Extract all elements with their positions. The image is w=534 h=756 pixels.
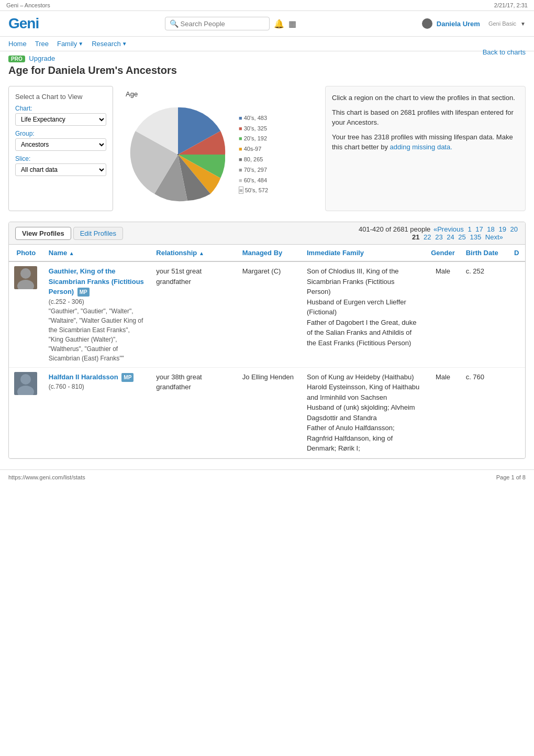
nav-home[interactable]: Home	[8, 40, 27, 48]
back-to-charts-link[interactable]: Back to charts	[483, 48, 526, 56]
col-relationship-header[interactable]: Relationship ▲	[151, 245, 237, 261]
info-line2: This chart is based on 2681 profiles wit…	[332, 107, 519, 128]
pagination-page-20[interactable]: 20	[510, 225, 518, 233]
chart-label: Chart:	[15, 105, 106, 112]
table-header-row: Photo Name ▲ Relationship ▲ Managed By I…	[9, 245, 525, 261]
avatar	[422, 18, 432, 29]
row-gender-2: Male	[425, 367, 460, 458]
adding-missing-data-link[interactable]: adding missing data.	[390, 143, 452, 151]
pagination-page-25[interactable]: 25	[458, 233, 465, 241]
user-dropdown-arrow[interactable]: ▼	[520, 21, 526, 27]
search-icon: 🔍	[170, 19, 179, 28]
footer-page-info: Page 1 of 8	[496, 474, 526, 480]
logo: Geni	[8, 15, 39, 32]
pagination-page-18[interactable]: 18	[487, 225, 494, 233]
search-box: 🔍	[165, 17, 270, 30]
pie-chart-svg	[126, 102, 230, 207]
user-name[interactable]: Daniela Urem	[437, 20, 480, 28]
row-relationship: your 51st great grandfather	[151, 261, 237, 367]
col-birth-header[interactable]: Birth Date	[461, 245, 509, 261]
chart-select[interactable]: Life Expectancy	[15, 113, 106, 126]
person-silhouette-1	[15, 266, 36, 289]
row-death	[509, 261, 525, 367]
pagination-prev[interactable]: «Previous	[433, 225, 464, 233]
user-subtitle: Geni Basic	[488, 20, 516, 27]
legend-70s: ■ 70's, 297	[239, 165, 268, 176]
row-immediate-family: Son of Chlodius III, King of the Sicambr…	[302, 261, 425, 367]
info-panel: Click a region on the chart to view the …	[325, 86, 526, 211]
row-name: Gauthier, King of the Sicambrian Franks …	[43, 261, 151, 367]
charts-section: Select a Chart to View Chart: Life Expec…	[8, 86, 526, 211]
col-family-header[interactable]: Immediate Family	[302, 245, 425, 261]
svg-point-2	[17, 280, 34, 289]
main-content: Select a Chart to View Chart: Life Expec…	[0, 80, 534, 465]
person-photo	[14, 266, 37, 289]
pagination-page-17[interactable]: 17	[475, 225, 483, 233]
row-death-2	[509, 367, 525, 458]
legend-50s: ■ 50's, 572	[239, 185, 268, 196]
col-name-header[interactable]: Name ▲	[43, 245, 151, 261]
pagination-page-135[interactable]: 135	[470, 233, 481, 241]
menu-icon[interactable]: ▦	[288, 19, 296, 29]
pie-legend: ■ 40's, 483 ■ 30's, 325 ■ 20's, 192 ■ 40…	[239, 113, 268, 196]
nav-research-dropdown[interactable]: Research ▼	[92, 40, 127, 48]
info-line1: Click a region on the chart to view the …	[332, 93, 519, 103]
pagination-page-19[interactable]: 19	[498, 225, 506, 233]
row-relationship-2: your 38th great grandfather	[151, 367, 237, 458]
profiles-table: Photo Name ▲ Relationship ▲ Managed By I…	[9, 245, 525, 458]
legend-20s: ■ 20's, 192	[239, 134, 268, 144]
bell-icon[interactable]: 🔔	[274, 19, 284, 29]
pagination-page-22[interactable]: 22	[424, 233, 431, 241]
pie-chart-panel: Age	[121, 86, 317, 211]
relationship-sort-arrow: ▲	[199, 250, 204, 256]
table-row: Gauthier, King of the Sicambrian Franks …	[9, 261, 525, 367]
select-chart-title: Select a Chart to View	[15, 93, 106, 101]
legend-40s2: ■ 40s-97	[239, 144, 268, 155]
pagination-next[interactable]: Next»	[485, 233, 503, 241]
group-select[interactable]: Ancestors	[15, 138, 106, 151]
research-dropdown-arrow: ▼	[122, 41, 127, 47]
svg-point-1	[20, 268, 31, 279]
pagination-page-1[interactable]: 1	[468, 225, 471, 233]
col-d-header[interactable]: D	[509, 245, 525, 261]
edit-profiles-tab[interactable]: Edit Profiles	[73, 227, 123, 240]
row-photo	[9, 261, 43, 367]
col-managed-header[interactable]: Managed By	[237, 245, 302, 261]
family-dropdown-arrow: ▼	[78, 41, 83, 47]
group-label: Group:	[15, 130, 106, 137]
pagination-info: 401-420 of 2681 people «Previous 1 17 18…	[359, 225, 519, 241]
pagination-page-24[interactable]: 24	[447, 233, 454, 241]
row-name-2: Halfdan II Haraldsson MP (c.760 - 810)	[43, 367, 151, 458]
search-input[interactable]	[181, 20, 264, 28]
nav-tree[interactable]: Tree	[35, 40, 49, 48]
row-managed-by-2: Jo Elling Henden	[237, 367, 302, 458]
svg-point-4	[17, 386, 34, 395]
slice-select[interactable]: All chart data	[15, 163, 106, 176]
header: Geni 🔍 🔔 ▦ Daniela Urem Geni Basic ▼	[0, 11, 534, 37]
row-managed-by: Margaret (C)	[237, 261, 302, 367]
view-profiles-tab[interactable]: View Profiles	[15, 227, 71, 240]
svg-point-0	[177, 154, 179, 155]
page-header: PRO Upgrade Back to charts Age for Danie…	[0, 51, 534, 80]
pagination-page-23[interactable]: 23	[435, 233, 442, 241]
mp-badge: MP	[77, 288, 90, 297]
select-chart-panel: Select a Chart to View Chart: Life Expec…	[8, 86, 113, 211]
row-birth-date: c. 252	[461, 261, 509, 367]
mp-badge-2: MP	[121, 373, 134, 382]
footer-url: https://www.geni.com/list/stats	[8, 474, 85, 480]
pagination-current-page: 21	[412, 233, 419, 241]
col-gender-header[interactable]: Gender	[425, 245, 460, 261]
nav-family-dropdown[interactable]: Family ▼	[57, 40, 83, 48]
person-dates-2: (c.760 - 810)	[49, 382, 146, 391]
pro-badge: PRO	[8, 56, 25, 62]
col-photo-header: Photo	[9, 245, 43, 261]
person-name-primary-2[interactable]: Halfdan II Haraldsson MP	[49, 372, 146, 382]
pie-chart-title: Age	[126, 90, 313, 98]
row-gender: Male	[425, 261, 460, 367]
person-name-primary[interactable]: Gauthier, King of the Sicambrian Franks …	[49, 266, 146, 297]
group-form-row: Group: Ancestors	[15, 130, 106, 151]
chart-form-row: Chart: Life Expectancy	[15, 105, 106, 126]
legend-30s: ■ 30's, 325	[239, 124, 268, 134]
upgrade-link[interactable]: Upgrade	[29, 54, 55, 62]
person-photo-2	[14, 372, 37, 395]
